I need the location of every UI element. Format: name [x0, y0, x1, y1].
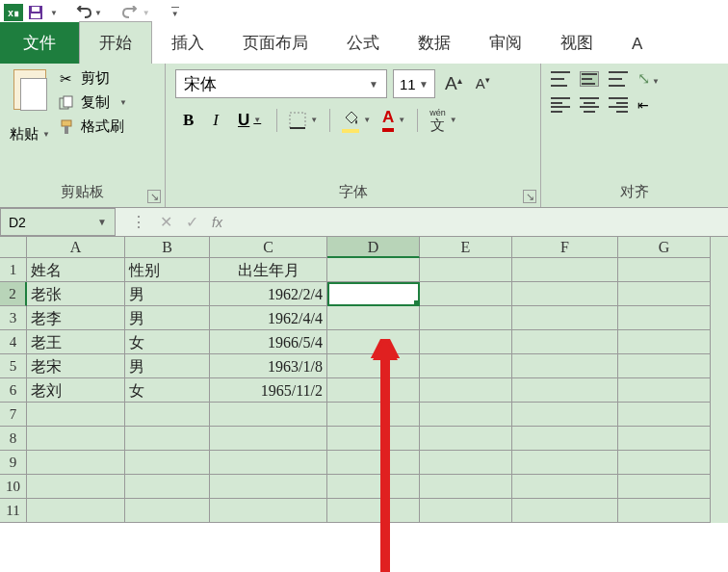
cell[interactable] [125, 427, 210, 451]
row-header[interactable]: 10 [0, 475, 27, 499]
cell[interactable] [512, 403, 618, 427]
cell[interactable]: 男 [125, 354, 210, 378]
cell[interactable] [210, 427, 327, 451]
cell[interactable]: 1962/2/4 [210, 282, 327, 306]
cell[interactable] [618, 378, 711, 403]
align-center-button[interactable] [580, 97, 599, 113]
cell[interactable] [420, 475, 512, 499]
cell[interactable] [512, 378, 618, 403]
cell[interactable] [420, 499, 512, 523]
cell[interactable] [512, 354, 618, 378]
font-color-button[interactable]: A ▼ [378, 106, 409, 134]
redo-button[interactable]: ▼ [121, 6, 150, 19]
cell[interactable] [618, 330, 711, 354]
row-header[interactable]: 7 [0, 403, 27, 427]
cell[interactable] [618, 403, 711, 427]
cell[interactable] [27, 451, 125, 475]
cell[interactable]: 性别 [125, 258, 210, 282]
cell[interactable] [512, 306, 618, 330]
cell[interactable] [618, 258, 711, 282]
cell[interactable]: 男 [125, 282, 210, 306]
cell[interactable]: 1962/4/4 [210, 306, 327, 330]
orientation-button[interactable]: ⤡▼ [637, 69, 660, 88]
cell[interactable] [618, 499, 711, 523]
cell[interactable] [327, 451, 420, 475]
indent-decrease-button[interactable]: ⇤ [637, 97, 649, 113]
cell[interactable] [327, 258, 420, 282]
row-header[interactable]: 6 [0, 378, 27, 403]
cell[interactable]: 老张 [27, 282, 125, 306]
cell[interactable] [27, 403, 125, 427]
row-header[interactable]: 8 [0, 427, 27, 451]
align-left-button[interactable] [551, 97, 570, 113]
formula-cancel-button[interactable]: ✕ [160, 213, 172, 231]
qat-customize-icon[interactable]: ▼ [171, 7, 179, 18]
cell[interactable] [512, 282, 618, 306]
formula-confirm-button[interactable]: ✓ [186, 213, 198, 231]
align-bottom-button[interactable] [609, 71, 628, 87]
cell[interactable] [618, 475, 711, 499]
cell[interactable] [327, 282, 420, 306]
tab-page-layout[interactable]: 页面布局 [223, 22, 327, 64]
cell[interactable] [125, 403, 210, 427]
cell[interactable]: 老王 [27, 330, 125, 354]
align-right-button[interactable] [609, 97, 628, 113]
cell[interactable] [125, 451, 210, 475]
paste-button[interactable]: 粘贴▼ [10, 69, 50, 143]
tab-insert[interactable]: 插入 [152, 22, 223, 64]
cell[interactable] [327, 378, 420, 403]
tab-review[interactable]: 审阅 [470, 22, 541, 64]
cell[interactable]: 1965/11/2 [210, 378, 327, 403]
column-header-C[interactable]: C [210, 237, 327, 258]
fx-button[interactable]: fx [212, 215, 222, 230]
cell[interactable] [210, 403, 327, 427]
phonetic-button[interactable]: wén文 ▼ [426, 109, 460, 132]
fill-color-button[interactable]: ▼ [338, 108, 375, 133]
italic-button[interactable]: I [205, 107, 226, 134]
font-grow-button[interactable]: A▴ [441, 73, 466, 94]
font-shrink-button[interactable]: A▾ [472, 75, 494, 92]
cell[interactable]: 女 [125, 330, 210, 354]
cell[interactable] [125, 475, 210, 499]
row-header[interactable]: 5 [0, 354, 27, 378]
cell[interactable] [210, 475, 327, 499]
cell[interactable] [420, 427, 512, 451]
column-header-B[interactable]: B [125, 237, 210, 258]
undo-button[interactable]: ▼ [73, 6, 102, 19]
column-header-A[interactable]: A [27, 237, 125, 258]
save-button[interactable] [27, 4, 44, 21]
formula-input[interactable] [238, 208, 728, 236]
row-header[interactable]: 9 [0, 451, 27, 475]
font-launcher[interactable]: ↘ [523, 190, 536, 203]
underline-button[interactable]: U▼ [230, 107, 269, 134]
cell[interactable] [327, 354, 420, 378]
name-box[interactable]: D2▼ [0, 208, 116, 236]
copy-button[interactable]: 复制▼ [58, 93, 127, 112]
cell[interactable] [420, 306, 512, 330]
cell[interactable] [512, 451, 618, 475]
cell[interactable] [27, 499, 125, 523]
font-size-select[interactable]: 11▼ [393, 69, 435, 98]
cell[interactable] [420, 258, 512, 282]
tab-file[interactable]: 文件 [0, 22, 79, 64]
bold-button[interactable]: B [175, 107, 201, 134]
format-painter-button[interactable]: 格式刷 [58, 117, 127, 136]
cell[interactable] [327, 403, 420, 427]
cut-button[interactable]: ✂ 剪切 [58, 69, 127, 88]
cell[interactable] [512, 427, 618, 451]
column-header-F[interactable]: F [512, 237, 618, 258]
cell[interactable] [27, 427, 125, 451]
cell[interactable] [618, 451, 711, 475]
cell[interactable] [512, 499, 618, 523]
column-header-G[interactable]: G [618, 237, 711, 258]
cell[interactable] [420, 330, 512, 354]
borders-button[interactable]: ▼ [285, 110, 322, 131]
row-header[interactable]: 3 [0, 306, 27, 330]
cell[interactable]: 老宋 [27, 354, 125, 378]
cell[interactable] [420, 451, 512, 475]
cell[interactable]: 1963/1/8 [210, 354, 327, 378]
cell[interactable] [210, 451, 327, 475]
cell[interactable]: 女 [125, 378, 210, 403]
align-top-button[interactable] [551, 71, 570, 87]
clipboard-launcher[interactable]: ↘ [147, 190, 161, 203]
